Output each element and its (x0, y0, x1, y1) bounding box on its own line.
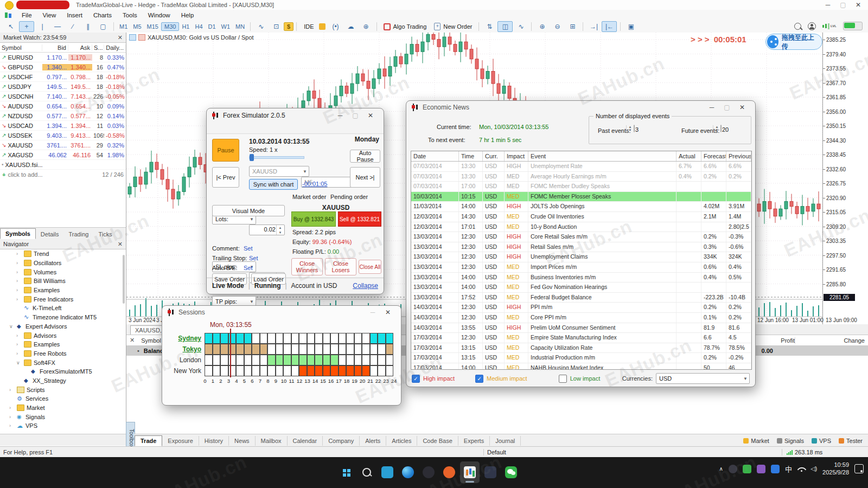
news-col-previous[interactable]: Previous (726, 151, 751, 161)
sidebar-item-advisors[interactable]: ›Advisors (0, 331, 122, 340)
cursor-tool[interactable]: ↖ (4, 22, 18, 31)
sidebar-item-volumes[interactable]: ›Volumes (0, 267, 122, 277)
news-row-unemployment-claims[interactable]: 13/03/201412:30USDHIGHUnemployment Claim… (411, 252, 751, 262)
crosshair-tool[interactable]: + (19, 21, 34, 32)
collapsed-chevron-icon[interactable]: › (16, 278, 22, 284)
timeframe-m5[interactable]: M5 (130, 23, 144, 30)
menu-window[interactable]: Window (143, 11, 176, 20)
comment-set-link[interactable]: Set (244, 245, 253, 252)
prev-button[interactable]: |< Prev (212, 167, 239, 188)
collapsed-chevron-icon[interactable]: › (9, 387, 15, 393)
market-order-tab[interactable]: Market order (292, 194, 326, 200)
market-watch-row-audusd[interactable]: ↘AUDUSD0.654...0.654...100.09% (0, 101, 126, 111)
trailing-set-link[interactable]: Set (249, 255, 258, 261)
tray-defender-icon[interactable] (771, 465, 780, 473)
visual-mode-button[interactable]: Visual Mode (212, 205, 285, 216)
broadcast-icon[interactable]: (•) (329, 22, 343, 31)
volume-icon[interactable]: ◁) (810, 465, 817, 472)
status-profile[interactable]: Default (483, 449, 601, 455)
sidebar-item-free-robots[interactable]: ›Free Robots (0, 349, 122, 358)
auto-be-set-link[interactable]: Set (244, 265, 253, 271)
close-winners-button[interactable]: Close Winners (291, 258, 323, 275)
news-row-retail-sales-m-m[interactable]: 13/03/201412:30USDHIGHRetail Sales m/m0.… (411, 242, 751, 253)
mw-col-daily[interactable]: Daily... (104, 44, 126, 51)
tab-exposure[interactable]: Exposure (162, 436, 199, 446)
tab-history[interactable]: History (199, 436, 229, 446)
navigator-scrollbar[interactable] (123, 255, 125, 304)
simulator-title-bar[interactable]: Forex Simulator 2.0.5 ─ ▢ ✕ (207, 108, 384, 123)
news-col-curr[interactable]: Curr. (483, 151, 505, 161)
sidebar-item-examples[interactable]: ›Examples (0, 340, 122, 349)
news-row-capacity-utilization-rate[interactable]: 17/03/201413:15USDMEDCapacity Utilizatio… (411, 343, 751, 354)
expanded-chevron-icon[interactable]: ∨ (9, 324, 15, 329)
collapsed-chevron-icon[interactable]: › (16, 251, 22, 256)
simulator-maximize-icon[interactable]: ▢ (348, 112, 363, 119)
news-row-jolts-job-openings[interactable]: 11/03/201414:00USDHIGHJOLTS Job Openings… (411, 202, 751, 212)
sell-button[interactable]: Sell @ 1332.821 (338, 211, 381, 227)
mw-col-ask[interactable]: Ask (68, 44, 92, 51)
edge-browser[interactable] (398, 461, 418, 483)
timeframe-m30[interactable]: M30 (161, 22, 179, 31)
sim-symbol-dropdown[interactable]: XAUUSD▼ (249, 166, 309, 177)
metaeditor-ide[interactable]: IDE (300, 22, 315, 31)
tab-mailbox[interactable]: Mailbox (256, 436, 288, 446)
session-label-sydney[interactable]: Sydney (162, 335, 201, 342)
market-watch-row-gbpusd[interactable]: ↘GBPUSD1.340...1.340...160.47% (0, 62, 126, 72)
news-row-business-inventories-m-m[interactable]: 13/03/201414:00USDMEDBusiness Inventorie… (411, 273, 751, 283)
sidebar-item-signals[interactable]: ›◉Signals (0, 412, 122, 421)
shift-end-button[interactable]: →| (586, 22, 601, 31)
next-button[interactable]: Next >| (350, 167, 380, 188)
objects-menu[interactable]: ⊡ (269, 22, 283, 31)
sessions-close-icon[interactable]: ✕ (380, 309, 395, 316)
low-impact-checkbox[interactable] (559, 375, 567, 383)
tick-chart-view[interactable]: ⇅ (482, 22, 496, 31)
indicators-menu[interactable]: ∿ (254, 22, 268, 31)
news-row-industrial-production-m-m[interactable]: 17/03/201413:15USDMEDIndustrial Producti… (411, 353, 751, 363)
speed-slider[interactable] (249, 156, 304, 159)
tab-calendar[interactable]: Calendar (288, 436, 323, 446)
zoom-in[interactable]: ⊕ (535, 22, 549, 31)
market-watch-row-usdcad[interactable]: ↘USDCAD1.394...1.394...110.03% (0, 121, 126, 131)
news-col-actual[interactable]: Actual (676, 151, 701, 161)
sidebar-item-examples[interactable]: ›Examples (0, 286, 122, 295)
collapsed-chevron-icon[interactable]: › (16, 260, 22, 266)
status-tester[interactable]: Tester (839, 438, 863, 444)
news-row-10-y-bond-auction[interactable]: 12/03/201417:01USDMED10-y Bond Auction2.… (411, 222, 751, 233)
screenshot-button[interactable]: ▣ (624, 22, 638, 31)
session-label-tokyo[interactable]: Tokyo (162, 345, 201, 353)
sidebar-item-scripts[interactable]: ›Scripts (0, 385, 122, 394)
tile-windows[interactable]: ⊞ (565, 22, 579, 31)
tray-app-icon-1[interactable] (729, 465, 737, 473)
sidebar-item-market[interactable]: ›Market (0, 403, 122, 413)
news-row-unemployment-rate[interactable]: 07/03/201413:30USDHIGHUnemployment Rate6… (411, 162, 751, 172)
timeframe-m1[interactable]: M1 (117, 23, 130, 30)
sidebar-item-vps[interactable]: ›☁VPS (0, 421, 122, 431)
price-scale[interactable]: 2385.252379.402373.552367.702361.852356.… (822, 33, 868, 324)
timeframe-w1[interactable]: W1 (219, 23, 233, 30)
tab-journal[interactable]: Journal (490, 436, 521, 446)
collapsed-chevron-icon[interactable]: › (16, 297, 22, 302)
news-row-crude-oil-inventories[interactable]: 12/03/201414:30USDMEDCrude Oil Inventori… (411, 212, 751, 222)
account-icon[interactable] (808, 22, 816, 30)
menu-help[interactable]: Help (176, 11, 200, 20)
market-watch-row-xauusd-fsi[interactable]: •XAUUSD.fsi... (0, 160, 126, 170)
sidebar-item-oscillators[interactable]: ›Oscillators (0, 259, 122, 268)
tab-alerts[interactable]: Alerts (360, 436, 386, 446)
mw-col-symbol[interactable]: Symbol (0, 44, 42, 51)
horizontal-line-tool[interactable]: — (50, 22, 65, 31)
market-button[interactable]: $ (284, 22, 293, 31)
auto-scroll-button[interactable]: |← (602, 21, 617, 32)
menu-tools[interactable]: Tools (117, 11, 143, 20)
sidebar-item-soft4fx[interactable]: ∨Soft4FX (0, 358, 122, 367)
collapsed-chevron-icon[interactable]: › (16, 287, 22, 293)
language-indicator[interactable]: 中 (785, 464, 792, 474)
zoom-out[interactable]: ⊖ (550, 22, 564, 31)
lots-spinner[interactable]: 0.02▲▼ (249, 224, 285, 235)
past-events-spinner[interactable]: 3▲▼ (634, 125, 635, 132)
close-losers-button[interactable]: Close Losers (325, 258, 356, 275)
mw-col-bid[interactable]: Bid (42, 44, 68, 51)
collapsed-chevron-icon[interactable]: › (9, 405, 15, 410)
sidebar-item-services[interactable]: ⚙Services (0, 394, 122, 403)
market-watch-row-usdsek[interactable]: ↗USDSEK9.403...9.413...1069-0.58% (0, 131, 126, 140)
market-watch-row-xauusd[interactable]: ↘XAUUSD3761....3761....290.32% (0, 140, 126, 150)
